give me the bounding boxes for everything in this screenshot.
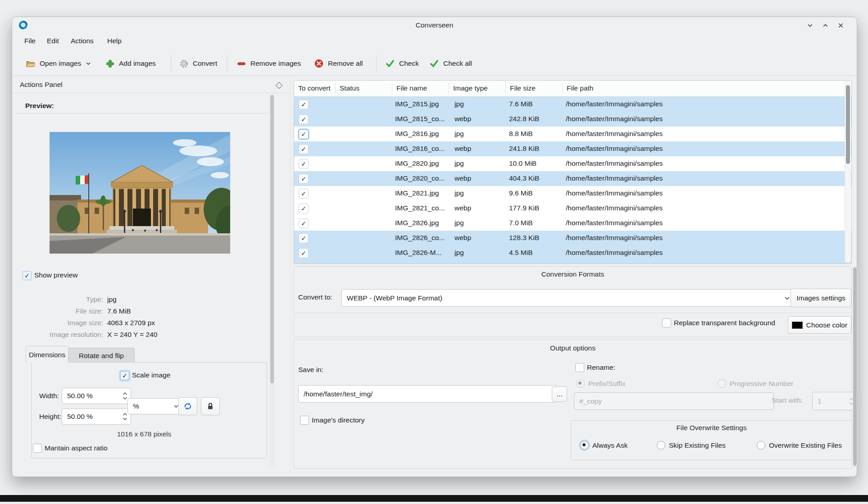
always-ask-radio[interactable]	[580, 441, 589, 450]
choose-color-button[interactable]: Choose color	[788, 316, 851, 334]
cell-file-size: 128.3 KiB	[509, 234, 563, 242]
convert-to-combobox[interactable]: WEBP - (WebP Image Format)	[341, 289, 795, 307]
panel-scrollbar-handle[interactable]	[270, 95, 274, 383]
tab-dimensions[interactable]: Dimensions	[26, 346, 68, 363]
replace-background-checkbox[interactable]	[662, 318, 671, 327]
skip-existing-radio[interactable]	[657, 441, 665, 450]
toolbar-separator	[227, 55, 227, 72]
cell-file-name: IMG_2815.jpg	[395, 100, 454, 108]
cell-file-path: /home/faster/Immagini/samples	[566, 219, 841, 227]
close-button[interactable]	[837, 22, 844, 29]
save-path-input[interactable]: /home/faster/test_img/	[298, 385, 557, 403]
to-convert-checkbox[interactable]: ✓	[299, 233, 309, 243]
cell-file-size: 177.9 KiB	[509, 204, 563, 212]
add-images-label: Add images	[119, 59, 156, 68]
menu-help[interactable]: Help	[105, 36, 124, 46]
width-spinbox[interactable]: 50.00 %	[62, 388, 131, 404]
images-settings-button[interactable]: Images settings	[791, 289, 851, 307]
table-row[interactable]: ✓IMG_2816.jpgjpg8.8 MiB/home/faster/Imma…	[294, 127, 851, 141]
height-spinbox[interactable]: 50.00 %	[62, 409, 131, 425]
column-header[interactable]: Image type	[453, 84, 488, 92]
table-row[interactable]: ✓IMG_2820_co...webp404.3 KiB/home/faster…	[294, 171, 851, 186]
images-directory-checkbox[interactable]	[300, 416, 309, 425]
unit-combobox[interactable]: %	[127, 398, 184, 414]
open-images-button[interactable]: Open images	[22, 54, 95, 73]
menu-edit[interactable]: Edit	[44, 36, 62, 46]
to-convert-checkbox[interactable]: ✓	[299, 204, 309, 213]
progressive-number-radio[interactable]	[718, 379, 726, 388]
table-row[interactable]: ✓IMG_2826_co...webp128.3 KiB/home/faster…	[294, 231, 851, 245]
rename-checkbox[interactable]	[575, 363, 584, 372]
unit-value: %	[133, 402, 139, 410]
maintain-aspect-checkbox[interactable]	[33, 444, 42, 453]
lock-ratio-button[interactable]	[201, 397, 220, 415]
menu-file[interactable]: File	[22, 36, 38, 46]
browse-button[interactable]: ...	[552, 386, 567, 402]
image-resolution-label: Image resolution:	[21, 331, 103, 339]
remove-images-button[interactable]: Remove images	[233, 54, 304, 73]
show-preview-checkbox[interactable]: ✓	[23, 271, 32, 280]
refresh-dimensions-button[interactable]	[178, 397, 197, 415]
file-table-header[interactable]: To convertStatusFile nameImage typeFile …	[294, 81, 851, 97]
cell-image-type: webp	[454, 115, 504, 123]
convert-label: Convert	[193, 59, 217, 68]
column-header[interactable]: File path	[567, 84, 593, 92]
browse-label: ...	[557, 390, 563, 398]
to-convert-checkbox[interactable]: ✓	[299, 189, 309, 199]
width-spin-arrows[interactable]	[123, 392, 127, 400]
tab-rotate-flip[interactable]: Rotate and flip	[68, 348, 135, 363]
minimize-button[interactable]	[806, 22, 813, 29]
column-header[interactable]: File name	[396, 84, 427, 92]
prefix-suffix-radio[interactable]	[576, 379, 585, 388]
check-all-icon	[429, 59, 439, 68]
convert-button[interactable]: Convert	[175, 54, 221, 73]
titlebar[interactable]: Converseen	[12, 17, 857, 33]
table-row[interactable]: ✓IMG_2821.jpgjpg9.6 MiB/home/faster/Imma…	[294, 186, 851, 201]
check-all-button[interactable]: Check all	[426, 54, 476, 73]
table-row-partial[interactable]	[294, 260, 851, 264]
cell-image-type: jpg	[454, 159, 504, 168]
dock-float-icon[interactable]	[276, 82, 283, 89]
check-button[interactable]: Check	[382, 54, 423, 73]
maximize-button[interactable]	[822, 22, 829, 29]
convert-to-value: WEBP - (WebP Image Format)	[347, 294, 442, 302]
table-row[interactable]: ✓IMG_2826.jpgjpg7.0 MiB/home/faster/Imma…	[294, 216, 851, 231]
cell-file-path: /home/faster/Immagini/samples	[566, 145, 841, 153]
to-convert-checkbox[interactable]: ✓	[299, 114, 309, 124]
to-convert-checkbox[interactable]: ✓	[299, 159, 309, 169]
table-scrollbar-handle[interactable]	[846, 85, 850, 164]
column-header[interactable]: To convert	[298, 84, 331, 92]
table-row[interactable]: ✓IMG_2815_co...webp242.8 KiB/home/faster…	[294, 112, 851, 127]
progressive-number-label: Progressive Number	[730, 380, 793, 388]
remove-all-button[interactable]: Remove all	[310, 54, 367, 73]
column-header[interactable]: File size	[510, 84, 536, 92]
rename-pattern-input[interactable]: #_copy	[574, 392, 774, 410]
refresh-icon	[183, 402, 192, 411]
table-row[interactable]: ✓IMG_2816_co...webp241.8 KiB/home/faster…	[294, 141, 851, 156]
to-convert-checkbox[interactable]: ✓	[299, 174, 309, 184]
cell-file-path: /home/faster/Immagini/samples	[566, 130, 841, 138]
add-images-button[interactable]: Add images	[101, 54, 159, 73]
to-convert-checkbox[interactable]: ✓	[299, 248, 309, 258]
table-row[interactable]: ✓IMG_2820.jpgjpg10.0 MiB/home/faster/Imm…	[294, 156, 851, 171]
settings-scrollbar-handle[interactable]	[853, 268, 857, 466]
table-row[interactable]: ✓IMG_2826-M...jpg4.5 MiB/home/faster/Imm…	[294, 245, 851, 260]
to-convert-checkbox[interactable]: ✓	[299, 218, 309, 228]
column-header[interactable]: Status	[340, 84, 359, 92]
to-convert-checkbox[interactable]: ✓	[299, 144, 309, 154]
table-row[interactable]: ✓IMG_2821_co...webp177.9 KiB/home/faster…	[294, 201, 851, 216]
start-with-spinbox[interactable]: 1	[812, 392, 858, 410]
scale-image-checkbox[interactable]: ✓	[120, 371, 129, 380]
overwrite-existing-radio[interactable]	[757, 441, 765, 450]
toolbar-separator	[376, 55, 377, 72]
toolbar-separator	[171, 55, 171, 72]
to-convert-checkbox[interactable]: ✓	[299, 100, 309, 109]
to-convert-checkbox[interactable]: ✓	[299, 129, 309, 139]
table-row[interactable]: ✓IMG_2815.jpgjpg7.6 MiB/home/faster/Imma…	[294, 97, 851, 112]
cell-file-name: IMG_2815_co...	[395, 115, 454, 123]
cell-file-name: IMG_2826-M...	[395, 249, 454, 257]
splitter[interactable]	[291, 76, 291, 477]
height-spin-arrows[interactable]	[123, 413, 127, 421]
cell-image-type: webp	[454, 174, 504, 182]
menu-actions[interactable]: Actions	[68, 36, 96, 46]
